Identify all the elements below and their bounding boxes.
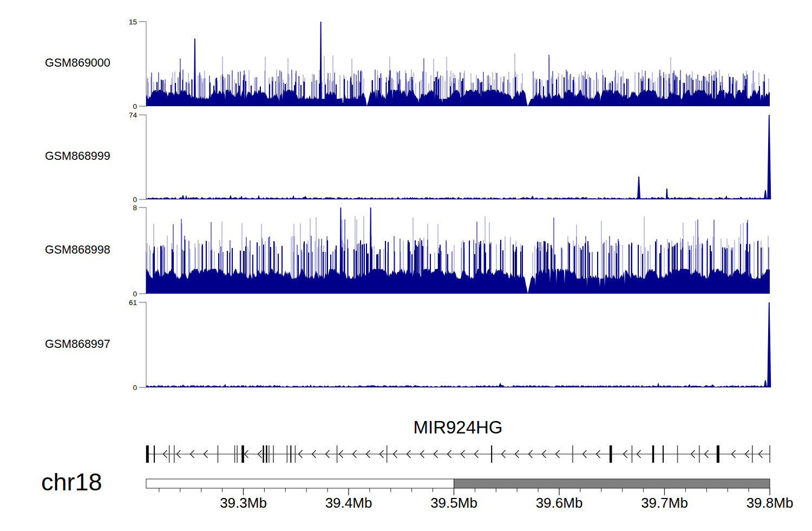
coverage-baseline (146, 195, 770, 199)
exon-block (263, 445, 264, 463)
genome-coverage-figure: 1507408061039.3Mb39.4Mb39.5Mb39.6Mb39.7M… (0, 0, 812, 531)
exon-block (146, 445, 149, 463)
track-signal (146, 208, 770, 294)
y-max-label: 61 (129, 299, 137, 307)
exon-block (273, 445, 274, 463)
ruler-bar-shaded (454, 479, 770, 488)
exon-block (266, 445, 267, 463)
track-label: GSM868997 (45, 339, 110, 351)
coverage-block (146, 269, 770, 294)
exon-block (287, 445, 288, 463)
exon-block (652, 445, 654, 463)
ruler-major-ticks (244, 488, 770, 495)
exon-block (234, 445, 235, 463)
ruler-tick-label: 39.7Mb (641, 495, 688, 511)
exon-block (610, 445, 612, 463)
exon-block (769, 445, 770, 463)
exon-block (269, 445, 270, 463)
track-y-axis (139, 302, 146, 387)
exon-block (387, 445, 388, 463)
exon-block (290, 445, 291, 463)
ruler-tick-label: 39.5Mb (430, 495, 477, 511)
track-signal (146, 115, 771, 199)
track-label: GSM869000 (45, 57, 110, 69)
y-zero-label: 0 (133, 102, 137, 111)
ruler-bar-plain (146, 479, 454, 488)
coverage-baseline (146, 383, 770, 387)
coverage-peak (370, 208, 372, 294)
coverage-peak (182, 196, 185, 199)
ruler-tick-label: 39.8Mb (746, 495, 794, 511)
gene-title: MIR924HG (146, 418, 770, 436)
ruler-tick-label: 39.3Mb (220, 495, 267, 511)
exon-block (677, 445, 678, 463)
y-zero-label: 0 (133, 290, 137, 298)
exon-block (154, 445, 155, 463)
exon-block (572, 445, 573, 463)
exon-block (337, 445, 338, 463)
exon-block (241, 445, 244, 463)
y-max-label: 8 (133, 204, 137, 212)
exon-block (169, 445, 170, 463)
track-y-axis (139, 115, 146, 199)
track-label: GSM868999 (45, 151, 110, 163)
exon-block (174, 445, 175, 463)
exon-block (295, 445, 296, 463)
y-max-label: 15 (129, 18, 137, 26)
exon-block (717, 445, 719, 463)
coverage-peak (666, 189, 668, 199)
coverage-peak (767, 302, 771, 387)
track-y-axis (139, 208, 146, 294)
ruler-tick-label: 39.6Mb (536, 495, 583, 511)
coverage-peak (767, 115, 771, 199)
coverage-peak (764, 380, 767, 387)
y-zero-label: 0 (133, 196, 137, 204)
track-label: GSM868998 (45, 244, 110, 256)
coverage-peak (764, 190, 767, 199)
track-y-axis (139, 22, 146, 106)
ruler-tick-label: 39.4Mb (325, 495, 372, 511)
exon-block (632, 445, 633, 463)
chromosome-label: chr18 (41, 470, 102, 494)
track-signal (146, 302, 771, 387)
coverage-peak (320, 22, 322, 106)
y-max-label: 74 (129, 111, 137, 119)
exon-block (699, 445, 700, 463)
exon-block (752, 445, 753, 463)
y-zero-label: 0 (133, 384, 137, 392)
track-signal (146, 22, 770, 106)
coverage-peak (637, 177, 640, 199)
exon-block (218, 445, 219, 463)
exon-block (237, 445, 238, 463)
exon-block (491, 445, 492, 463)
gene-model (146, 445, 770, 463)
figure-canvas: 1507408061039.3Mb39.4Mb39.5Mb39.6Mb39.7M… (0, 0, 812, 531)
coverage-peak (339, 208, 342, 294)
exon-block (663, 445, 664, 463)
coverage-peak (194, 38, 196, 106)
